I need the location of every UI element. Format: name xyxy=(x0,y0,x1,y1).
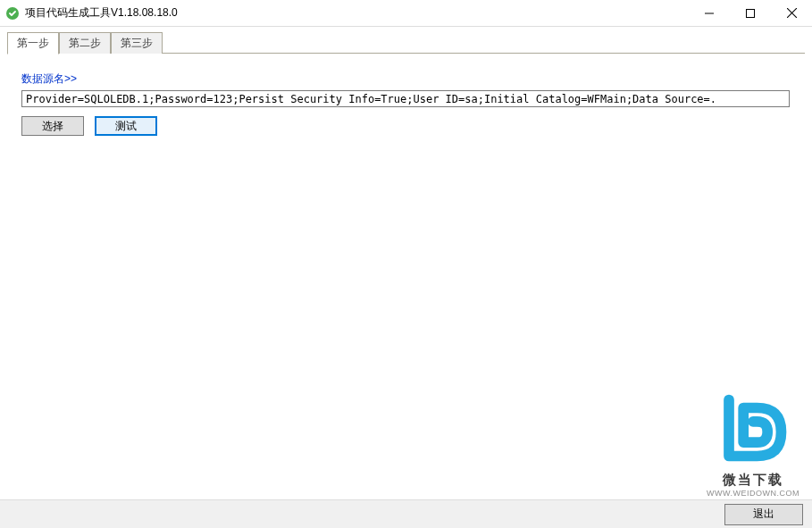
button-row: 选择 测试 xyxy=(21,116,791,136)
tab-step2[interactable]: 第二步 xyxy=(59,32,111,54)
exit-button[interactable]: 退出 xyxy=(724,504,803,525)
watermark-text: 微当下载 xyxy=(707,472,799,489)
connection-string-input[interactable] xyxy=(21,90,790,107)
window-controls xyxy=(689,0,812,26)
minimize-button[interactable] xyxy=(689,0,730,26)
titlebar: 项目代码生成工具V1.18.08.18.0 xyxy=(0,0,812,27)
close-button[interactable] xyxy=(771,0,812,26)
watermark-logo-icon xyxy=(713,388,793,468)
select-button[interactable]: 选择 xyxy=(21,116,84,136)
tab-bar: 第一步 第二步 第三步 xyxy=(0,27,812,54)
watermark: 微当下载 WWW.WEIDOWN.COM xyxy=(707,388,799,498)
test-button[interactable]: 测试 xyxy=(95,116,157,136)
tab-step1[interactable]: 第一步 xyxy=(7,32,59,54)
app-icon xyxy=(5,6,20,21)
datasource-label: 数据源名>> xyxy=(21,71,791,87)
svg-rect-2 xyxy=(747,9,755,17)
tab-panel-step1: 数据源名>> 选择 测试 xyxy=(0,54,812,154)
bottom-bar: 退出 xyxy=(0,499,812,528)
tab-step3[interactable]: 第三步 xyxy=(111,32,163,54)
maximize-button[interactable] xyxy=(730,0,771,26)
window-title: 项目代码生成工具V1.18.08.18.0 xyxy=(25,5,178,21)
watermark-url: WWW.WEIDOWN.COM xyxy=(707,489,799,498)
